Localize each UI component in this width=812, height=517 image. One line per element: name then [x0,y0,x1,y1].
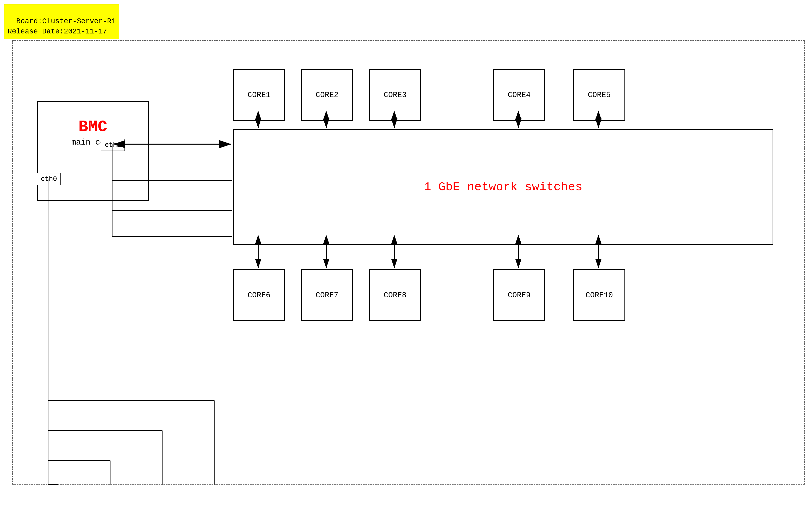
core4-label: CORE4 [508,91,530,99]
core5-label: CORE5 [588,91,611,99]
core10-label: CORE10 [586,291,613,299]
core8-label: CORE8 [384,291,406,299]
core-box-9: CORE9 [493,269,545,321]
core7-label: CORE7 [316,291,339,299]
core-box-8: CORE8 [369,269,421,321]
core-box-10: CORE10 [573,269,625,321]
board-title-line1: Board:Cluster-Server-R1 [16,17,116,25]
core-box-3: CORE3 [369,69,421,121]
bmc-box: BMC main core [37,101,149,201]
core-box-7: CORE7 [301,269,353,321]
switch-box: 1 GbE network switches [233,129,773,245]
bmc-subtitle: main core [38,138,148,147]
board-title-line2: Release Date:2021-11-17 [8,27,107,36]
core1-label: CORE1 [248,91,270,99]
switch-label: 1 GbE network switches [424,180,582,194]
core6-label: CORE6 [248,291,270,299]
eth1-label: eth1 [101,139,125,151]
main-diagram-box: BMC main core eth1 eth0 1 GbE network sw… [12,40,805,485]
core2-label: CORE2 [316,91,339,99]
core-box-4: CORE4 [493,69,545,121]
core-box-5: CORE5 [573,69,625,121]
board-info: Board:Cluster-Server-R1 Release Date:202… [4,4,119,39]
bmc-title: BMC [38,118,148,136]
eth0-label: eth0 [37,173,61,185]
core-box-2: CORE2 [301,69,353,121]
core9-label: CORE9 [508,291,530,299]
core-box-1: CORE1 [233,69,285,121]
core3-label: CORE3 [384,91,406,99]
core-box-6: CORE6 [233,269,285,321]
